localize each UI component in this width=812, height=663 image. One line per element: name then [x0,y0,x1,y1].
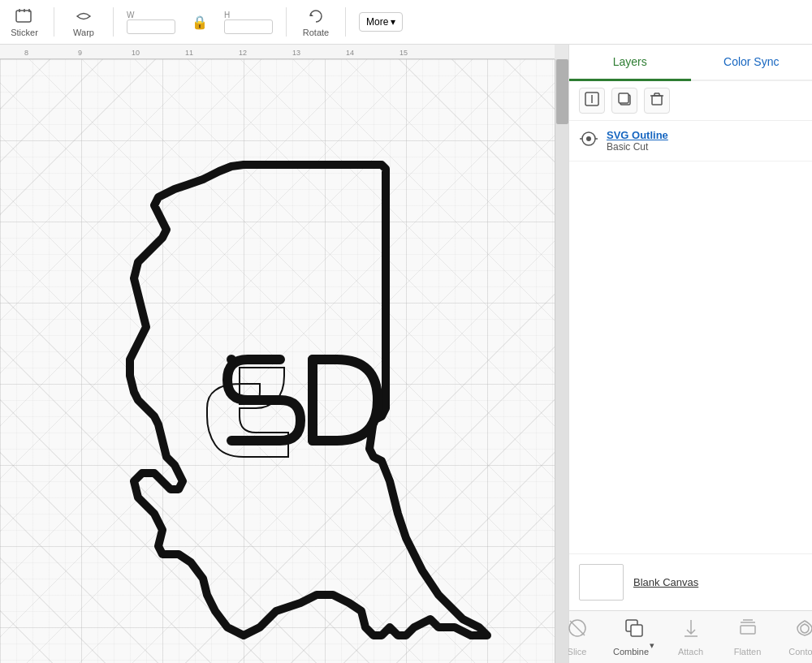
warp-label: Warp [73,28,94,37]
ruler-top: 8 9 10 11 12 13 14 15 [0,45,555,59]
slice-icon [567,618,588,644]
height-field[interactable]: H [224,11,273,34]
design-svg [81,140,503,644]
duplicate-layer-button[interactable] [611,88,637,114]
slice-label: Slice [568,647,587,657]
flatten-tool[interactable]: Flatten [728,618,768,657]
canvas-grid[interactable] [0,59,555,663]
contour-tool[interactable]: Conto... [784,618,813,657]
svg-rect-22 [631,625,642,636]
combine-arrow: ▾ [650,640,654,651]
layer-svg-icon [579,129,598,153]
height-label: H [224,11,273,19]
sticker-label: Sticker [11,28,38,37]
ruler-num-14: 14 [346,49,354,57]
blank-canvas-label[interactable]: Blank Canvas [633,576,698,588]
layer-name: SVG Outline [607,129,802,141]
width-label: W [127,11,175,19]
rotate-icon [306,7,326,28]
combine-tool[interactable]: Combine ▾ [614,618,654,657]
scrollbar-thumb[interactable] [556,59,568,124]
sticker-icon [15,7,34,28]
main-area: 8 9 10 11 12 13 14 15 [0,45,812,663]
layer-item-svg-outline[interactable]: SVG Outline Basic Cut [569,121,812,161]
contour-icon [794,618,813,644]
ruler-num-10: 10 [132,49,140,57]
combine-icon [624,618,645,644]
svg-point-16 [586,136,591,141]
flatten-icon [737,618,758,644]
contour-label: Conto... [788,647,812,657]
more-button[interactable]: More ▾ [359,12,403,32]
ruler-num-13: 13 [292,49,300,57]
ruler-num-8: 8 [24,49,28,57]
vertical-scrollbar[interactable] [555,59,568,663]
height-input[interactable] [224,19,273,34]
right-panel: Layers Color Sync [568,45,812,663]
ruler-num-9: 9 [78,49,82,57]
panel-tabs: Layers Color Sync [569,45,812,81]
divider-2 [113,7,114,37]
ruler-num-12: 12 [239,49,247,57]
svg-line-20 [570,621,585,635]
warp-icon [74,7,93,28]
add-layer-icon [585,92,599,110]
layer-info: SVG Outline Basic Cut [607,129,802,153]
rotate-label: Rotate [303,28,329,37]
tab-layers[interactable]: Layers [569,45,691,81]
ruler-num-11: 11 [185,49,193,57]
attach-tool[interactable]: Attach [671,618,711,657]
tab-colorsync[interactable]: Color Sync [691,45,813,81]
svg-rect-24 [741,626,755,634]
right-panel-bottom-toolbar: Slice Combine ▾ [569,610,812,663]
attach-label: Attach [678,647,703,657]
svg-rect-10 [652,96,662,105]
combine-label: Combine [613,647,649,657]
panel-toolbar [569,81,812,121]
blank-canvas-section: Blank Canvas [569,553,812,610]
divider-1 [54,7,54,37]
top-toolbar: Sticker Warp W 🔒 H Rotate More ▾ [0,0,812,45]
svg-rect-0 [16,11,31,22]
flatten-label: Flatten [734,647,762,657]
combine-wrap: Combine ▾ [613,647,654,657]
canvas-area[interactable]: 8 9 10 11 12 13 14 15 [0,45,568,663]
width-input[interactable] [127,19,175,34]
delete-icon [650,92,664,110]
divider-4 [345,7,346,37]
warp-tool[interactable]: Warp [67,7,100,37]
lock-icon: 🔒 [188,15,211,30]
rotate-tool[interactable]: Rotate [300,7,332,37]
ruler-num-15: 15 [400,49,408,57]
duplicate-icon [617,92,632,110]
width-field[interactable]: W [127,11,175,34]
sticker-tool[interactable]: Sticker [8,7,41,37]
divider-3 [286,7,287,37]
delete-layer-button[interactable] [644,88,670,114]
svg-rect-9 [619,93,628,103]
layer-type: Basic Cut [607,141,802,153]
add-layer-button[interactable] [579,88,605,114]
blank-canvas-thumbnail [579,564,624,601]
attach-icon [680,618,702,644]
